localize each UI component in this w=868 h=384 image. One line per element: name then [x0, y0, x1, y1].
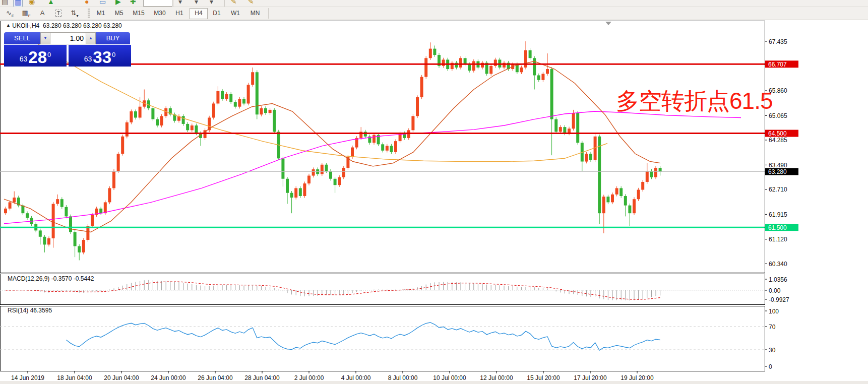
- bid-prefix: 63: [20, 52, 28, 66]
- svg-text:63.490: 63.490: [769, 162, 787, 169]
- status-bar-strip: [0, 381, 868, 384]
- dropdown-icon-3[interactable]: ▾: [210, 0, 213, 6]
- autotrade-icon[interactable]: ▶: [115, 0, 121, 6]
- svg-text:-0.9927: -0.9927: [769, 296, 789, 303]
- volume-decrease-button[interactable]: ▼: [40, 32, 50, 44]
- svg-text:28 Jun 04:00: 28 Jun 04:00: [244, 374, 280, 381]
- timeframe-button-w1[interactable]: W1: [227, 8, 244, 18]
- textbox-icon[interactable]: T: [51, 8, 66, 19]
- collapse-triangle-icon[interactable]: ▲: [6, 23, 11, 28]
- svg-text:20 Jun 04:00: 20 Jun 04:00: [104, 374, 139, 381]
- dropdown-icon-1[interactable]: ▾: [178, 0, 182, 6]
- svg-text:4 Jul 00:00: 4 Jul 00:00: [341, 374, 371, 381]
- svg-text:0.00: 0.00: [769, 287, 781, 294]
- svg-text:26 Jun 04:00: 26 Jun 04:00: [198, 374, 233, 381]
- svg-text:64.500: 64.500: [768, 130, 787, 137]
- ask-main: 33: [93, 49, 111, 66]
- svg-text:18 Jun 04:00: 18 Jun 04:00: [57, 374, 92, 381]
- svg-text:61.500: 61.500: [768, 224, 787, 231]
- rsi-value: 46.3595: [30, 307, 52, 314]
- svg-text:14 Jun 2019: 14 Jun 2019: [11, 374, 44, 381]
- sell-button[interactable]: SELL: [4, 32, 40, 44]
- symbol-quotes: 63.280 63.280 63.280 63.280: [43, 22, 122, 29]
- bid-point: 0: [47, 45, 51, 65]
- window-icon[interactable]: ▭: [99, 0, 106, 6]
- rsi-label: RSI(14) 46.3595: [8, 307, 52, 314]
- new-order-icon[interactable]: ✚: [130, 0, 136, 6]
- svg-text:70: 70: [769, 324, 776, 331]
- svg-text:61.915: 61.915: [769, 211, 787, 218]
- svg-text:67.435: 67.435: [769, 38, 787, 45]
- fibonacci-icon[interactable]: ▦F: [19, 8, 33, 19]
- svg-text:66.707: 66.707: [768, 61, 787, 68]
- trading-terminal-window: ▤▥◉▲●▭▶✚▾▾▾✎✎ ∿E▦FAT⇅▾ M1M5M15M30H1H4D1W…: [0, 0, 868, 384]
- bid-price-display[interactable]: 63 28 0: [4, 45, 67, 67]
- macd-value2: -0.5442: [74, 275, 94, 282]
- pencil-icon-2[interactable]: ✎: [248, 0, 254, 6]
- svg-text:100: 100: [769, 308, 779, 315]
- buy-button[interactable]: BUY: [96, 32, 130, 44]
- svg-text:62.710: 62.710: [769, 186, 787, 193]
- timeframe-button-mn[interactable]: MN: [246, 8, 264, 18]
- svg-text:17 Jul 20:00: 17 Jul 20:00: [574, 374, 607, 381]
- chart-icon[interactable]: ▤: [2, 0, 8, 6]
- svg-text:60.340: 60.340: [769, 261, 787, 268]
- ask-price-display[interactable]: 63 33 0: [69, 45, 131, 67]
- record-icon[interactable]: ●: [85, 0, 89, 6]
- timeframe-button-m30[interactable]: M30: [150, 8, 169, 18]
- timeframe-button-m1[interactable]: M1: [93, 8, 109, 18]
- svg-text:64.285: 64.285: [769, 137, 787, 144]
- text-icon[interactable]: A: [35, 8, 49, 19]
- chart-stage: 67.43566.70765.86065.06564.50064.28563.4…: [0, 20, 868, 384]
- svg-text:24 Jun 00:00: 24 Jun 00:00: [151, 374, 186, 381]
- toolbar-separator: [173, 0, 173, 7]
- timeframe-button-h1[interactable]: H1: [171, 8, 188, 18]
- chart-annotation: 多空转折点61.5: [616, 86, 773, 117]
- toolbar-separator: [268, 8, 269, 19]
- svg-text:63.280: 63.280: [768, 168, 787, 175]
- svg-text:10 Jul 00:00: 10 Jul 00:00: [433, 374, 466, 381]
- svg-text:8 Jul 00:00: 8 Jul 00:00: [388, 374, 418, 381]
- dropdown-icon-2[interactable]: ▾: [195, 0, 198, 6]
- macd-title: MACD(12,26,9): [8, 275, 49, 282]
- one-click-trade-panel: SELL ▼ ▲ BUY 63 28 0 63 33 0: [4, 32, 131, 67]
- price-axis[interactable]: 67.43566.70765.86065.06564.50064.28563.4…: [765, 38, 798, 268]
- period-combobox[interactable]: [143, 0, 172, 7]
- timeframe-button-h4[interactable]: H4: [190, 8, 208, 19]
- toolbar-grip[interactable]: [88, 9, 90, 18]
- svg-text:19 Jul 20:00: 19 Jul 20:00: [621, 374, 654, 381]
- svg-text:0: 0: [769, 363, 772, 370]
- charts-window-icon[interactable]: ▥: [13, 0, 23, 7]
- svg-text:1.0356: 1.0356: [769, 276, 787, 283]
- chart-canvas[interactable]: 67.43566.70765.86065.06564.50064.28563.4…: [0, 20, 868, 384]
- volume-input[interactable]: [50, 32, 86, 44]
- channel-icon[interactable]: ∿E: [3, 8, 17, 19]
- timeframe-button-d1[interactable]: D1: [209, 8, 225, 18]
- svg-text:15 Jul 20:00: 15 Jul 20:00: [527, 374, 560, 381]
- symbol-header: ▲ UKOil-,H4 63.280 63.280 63.280 63.280: [6, 22, 122, 29]
- shapes-icon[interactable]: ⇅▾: [68, 8, 82, 19]
- svg-text:61.120: 61.120: [769, 236, 787, 243]
- svg-text:30: 30: [769, 347, 776, 354]
- pencil-icon-1[interactable]: ✎: [231, 0, 237, 6]
- rsi-title: RSI(14): [8, 307, 28, 314]
- svg-text:12 Jul 00:00: 12 Jul 00:00: [480, 374, 513, 381]
- toolbar-separator: [224, 0, 225, 7]
- macd-label: MACD(12,26,9) -0.3570 -0.5442: [8, 275, 94, 282]
- time-axis[interactable]: 14 Jun 201918 Jun 04:0020 Jun 04:0024 Ju…: [11, 371, 654, 381]
- timeframe-button-m5[interactable]: M5: [111, 8, 127, 18]
- main-toolbar: ▤▥◉▲●▭▶✚▾▾▾✎✎: [0, 0, 868, 7]
- tools-toolbar: ∿E▦FAT⇅▾ M1M5M15M30H1H4D1W1MN: [0, 7, 868, 20]
- macd-value1: -0.3570: [51, 275, 72, 282]
- timeframe-button-m15[interactable]: M15: [129, 8, 148, 18]
- bid-main: 28: [28, 49, 47, 66]
- zoom-icon[interactable]: ◉: [29, 0, 35, 6]
- ask-point: 0: [112, 45, 115, 65]
- ask-prefix: 63: [84, 52, 92, 66]
- symbol-name: UKOil-,H4: [12, 22, 39, 29]
- pane-borders: [1, 21, 765, 371]
- volume-increase-button[interactable]: ▲: [86, 32, 96, 44]
- indicator-icon[interactable]: ▲: [47, 0, 54, 6]
- svg-text:2 Jul 00:00: 2 Jul 00:00: [294, 374, 324, 381]
